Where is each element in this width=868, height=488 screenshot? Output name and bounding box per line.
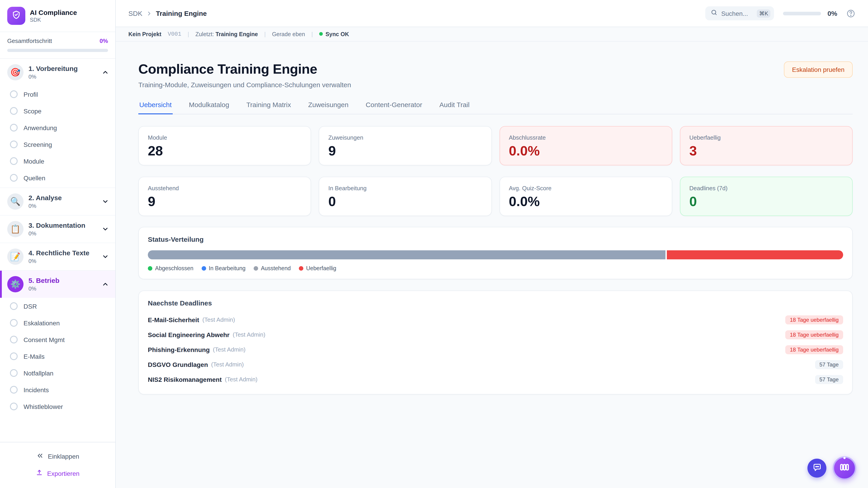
tab-modulkatalog[interactable]: Modulkatalog <box>188 101 230 114</box>
deadline-row[interactable]: Social Engineering Abwehr (Test Admin) 1… <box>148 327 843 342</box>
nav-section-header-betrieb[interactable]: ⚙️ 5. Betrieb 0% <box>0 271 115 298</box>
due-badge: 57 Tage <box>815 375 843 384</box>
stat-value: 9 <box>329 144 483 158</box>
deadline-row[interactable]: NIS2 Risikomanagement (Test Admin) 57 Ta… <box>148 372 843 387</box>
section-percent: 0% <box>29 203 97 209</box>
overall-progress-track <box>7 49 108 52</box>
page-title: Compliance Training Engine <box>138 61 351 77</box>
stat-value: 0 <box>689 195 843 208</box>
stat-value: 28 <box>148 144 302 158</box>
sidebar-item-screening[interactable]: Screening <box>0 136 115 153</box>
deadline-assignee: (Test Admin) <box>213 346 246 353</box>
sidebar-item-emails[interactable]: E-Mails <box>0 348 115 365</box>
sidebar-nav: 🎯 1. Vorbereitung 0% Profil Scope Anwend… <box>0 59 115 442</box>
step-circle-icon <box>10 107 18 115</box>
sidebar-item-quellen[interactable]: Quellen <box>0 169 115 188</box>
export-label: Exportieren <box>47 470 79 477</box>
stat-card-abschlussrate: Abschlussrate0.0% <box>499 126 672 165</box>
nav-section-header-vorbereitung[interactable]: 🎯 1. Vorbereitung 0% <box>0 59 115 86</box>
sidebar-item-anwendung[interactable]: Anwendung <box>0 119 115 136</box>
sidebar-item-whistleblower[interactable]: Whistleblower <box>0 398 115 415</box>
sidebar-item-label: Quellen <box>24 174 45 182</box>
overall-progress: Gesamtfortschritt 0% <box>0 32 115 59</box>
gear-icon: ⚙️ <box>7 276 24 292</box>
section-percent: 0% <box>29 230 97 237</box>
nav-section-header-analyse[interactable]: 🔍 2. Analyse 0% <box>0 188 115 215</box>
overall-progress-label: Gesamtfortschritt <box>7 37 52 44</box>
sidebar-item-label: Incidents <box>24 386 49 393</box>
header-progress-track <box>783 11 821 15</box>
stat-value: 0.0% <box>509 195 663 208</box>
sidebar-item-label: Scope <box>24 107 41 115</box>
deadline-assignee: (Test Admin) <box>211 361 244 368</box>
tab-training-matrix[interactable]: Training Matrix <box>246 101 292 114</box>
legend-dot-icon <box>148 266 152 271</box>
step-circle-icon <box>10 369 18 377</box>
sidebar-item-consent-mgmt[interactable]: Consent Mgmt <box>0 331 115 348</box>
divider: | <box>311 31 313 37</box>
sidebar-header: AI Compliance SDK <box>0 0 115 32</box>
stat-label: Zuweisungen <box>329 134 483 141</box>
deadline-assignee: (Test Admin) <box>225 376 258 383</box>
help-icon[interactable] <box>846 9 855 18</box>
stat-label: Avg. Quiz-Score <box>509 185 663 192</box>
upload-icon <box>36 469 43 478</box>
collapse-label: Einklappen <box>48 453 79 460</box>
step-circle-icon <box>10 386 18 394</box>
check-escalation-button[interactable]: Eskalation pruefen <box>784 61 852 78</box>
sidebar-item-scope[interactable]: Scope <box>0 103 115 119</box>
deadline-row[interactable]: E-Mail-Sicherheit (Test Admin) 18 Tage u… <box>148 312 843 327</box>
sidebar-item-incidents[interactable]: Incidents <box>0 381 115 398</box>
nav-section-betrieb: ⚙️ 5. Betrieb 0% DSR Eskalationen Consen… <box>0 271 115 415</box>
sidebar-item-profil[interactable]: Profil <box>0 86 115 103</box>
deadline-row[interactable]: Phishing-Erkennung (Test Admin) 18 Tage … <box>148 342 843 357</box>
stat-label: Module <box>148 134 302 141</box>
stat-card-in-bearbeitung: In Bearbeitung0 <box>319 177 492 216</box>
breadcrumb-root[interactable]: SDK <box>128 9 143 17</box>
tab-zuweisungen[interactable]: Zuweisungen <box>307 101 349 114</box>
chat-button[interactable] <box>807 459 827 478</box>
stat-label: In Bearbeitung <box>329 185 483 192</box>
stat-card-quiz-score: Avg. Quiz-Score0.0% <box>499 177 672 216</box>
stat-label: Deadlines (7d) <box>689 185 843 192</box>
tab-uebersicht[interactable]: Uebersicht <box>138 101 173 114</box>
topbar: SDK Training Engine Suchen... ⌘K 0% <box>116 0 868 27</box>
deadline-list: E-Mail-Sicherheit (Test Admin) 18 Tage u… <box>148 312 843 387</box>
app-name: AI Compliance <box>30 8 77 17</box>
sidebar-item-label: Whistleblower <box>24 403 63 410</box>
tab-audit-trail[interactable]: Audit Trail <box>438 101 470 114</box>
section-label: 5. Betrieb <box>29 276 97 285</box>
sidebar-footer: Einklappen Exportieren <box>0 442 115 488</box>
status-legend: Abgeschlossen In Bearbeitung Ausstehend … <box>148 265 843 271</box>
chevron-up-icon <box>102 281 109 288</box>
collapse-sidebar-button[interactable]: Einklappen <box>0 448 115 465</box>
divider: | <box>264 31 266 37</box>
page-subtitle: Training-Module, Zuweisungen und Complia… <box>138 81 351 89</box>
sync-label: Sync OK <box>326 31 349 37</box>
deadline-module-name: Social Engineering Abwehr <box>148 331 230 338</box>
status-bar: Kein Projekt V001 | Zuletzt: Training En… <box>116 27 868 41</box>
section-label: 3. Dokumentation <box>29 221 97 230</box>
export-button[interactable]: Exportieren <box>0 465 115 482</box>
bar-segment-ueberfaellig <box>667 250 843 259</box>
sidebar-item-dsr[interactable]: DSR <box>0 298 115 315</box>
chevron-down-icon <box>102 253 109 260</box>
stat-value: 9 <box>148 195 302 208</box>
search-placeholder: Suchen... <box>721 10 753 17</box>
legend-label: Ausstehend <box>261 265 291 271</box>
deadline-row[interactable]: DSGVO Grundlagen (Test Admin) 57 Tage <box>148 357 843 372</box>
stat-card-ausstehend: Ausstehend9 <box>138 177 311 216</box>
search-input[interactable]: Suchen... ⌘K <box>706 6 774 20</box>
legend-label: Abgeschlossen <box>155 265 193 271</box>
sidebar-item-module[interactable]: Module <box>0 153 115 169</box>
step-circle-icon <box>10 174 18 182</box>
chevron-down-icon <box>102 225 109 233</box>
step-circle-icon <box>10 352 18 360</box>
nav-section-header-rechtliche-texte[interactable]: 📝 4. Rechtliche Texte 0% <box>0 243 115 270</box>
nav-section-header-dokumentation[interactable]: 📋 3. Dokumentation 0% <box>0 216 115 242</box>
tab-content-generator[interactable]: Content-Generator <box>365 101 423 114</box>
section-label: 1. Vorbereitung <box>29 65 97 73</box>
columns-panel-button[interactable] <box>833 456 856 480</box>
sidebar-item-eskalationen[interactable]: Eskalationen <box>0 315 115 331</box>
sidebar-item-notfallplan[interactable]: Notfallplan <box>0 365 115 381</box>
